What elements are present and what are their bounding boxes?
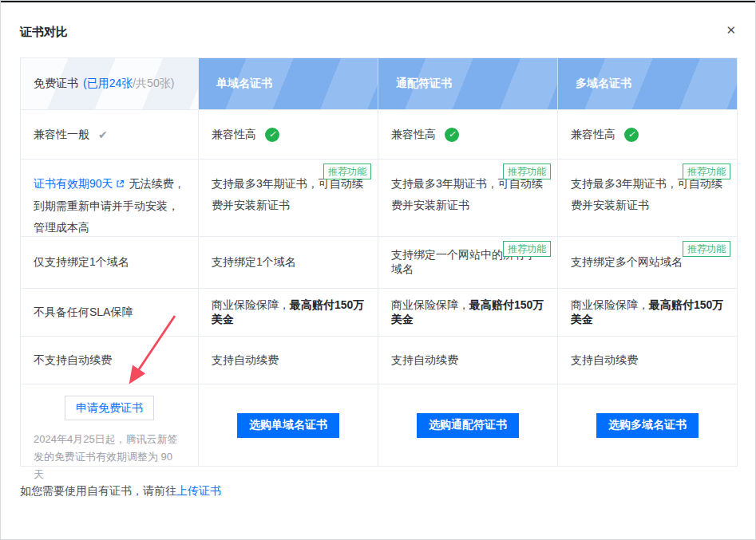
validity-paid-text: 支持最多3年期证书，可自动续费并安装新证书: [212, 177, 363, 211]
success-check-icon: ✓: [624, 128, 639, 142]
cell-compatibility-wildcard: 兼容性高 ✓: [378, 110, 558, 160]
free-cert-quota-total: /共50张): [133, 77, 174, 91]
buy-wildcard-button[interactable]: 选购通配符证书: [417, 413, 519, 438]
check-glyph: ✓: [448, 129, 455, 140]
renewal-paid-text: 支持自动续费: [571, 353, 638, 368]
upload-cert-link[interactable]: 上传证书: [176, 484, 221, 497]
cell-binding-multi: 推荐功能 支持绑定多个网站域名: [558, 237, 738, 289]
validity-paid-text: 支持最多3年期证书，可自动续费并安装新证书: [391, 177, 543, 211]
success-check-icon: ✓: [445, 128, 459, 142]
success-check-icon: ✓: [265, 128, 279, 142]
close-icon[interactable]: ✕: [726, 24, 736, 36]
cell-sla-multi: 商业保险保障，最高赔付150万美金: [558, 289, 738, 337]
cell-action-wildcard: 选购通配符证书: [378, 384, 558, 467]
renewal-paid-text: 支持自动续费: [391, 353, 458, 368]
footer-note: 如您需要使用自有证书，请前往上传证书: [20, 484, 221, 499]
recommended-badge: 推荐功能: [683, 241, 730, 257]
binding-free-text: 仅支持绑定1个域名: [34, 255, 129, 270]
compatibility-paid-text: 兼容性高: [571, 128, 615, 142]
buy-single-domain-button[interactable]: 选购单域名证书: [237, 413, 339, 438]
cell-compatibility-single: 兼容性高 ✓: [199, 110, 378, 160]
column-header-multi-domain: 多域名证书: [558, 58, 738, 110]
check-glyph: ✓: [268, 129, 275, 140]
cell-renewal-free: 不支持自动续费: [21, 337, 199, 384]
cell-sla-single: 商业保险保障，最高赔付150万美金: [199, 289, 378, 337]
binding-single-text: 支持绑定1个域名: [212, 255, 296, 270]
window-top-edge: [1, 1, 755, 2]
sla-paid-text: 商业保险保障，最高赔付150万美金: [571, 298, 724, 327]
cell-renewal-single: 支持自动续费: [199, 337, 378, 384]
cell-action-free: 申请免费证书 2024年4月25日起，腾讯云新签发的免费证书有效期调整为 90 …: [21, 384, 199, 467]
cell-compatibility-free: 兼容性一般 ✔: [21, 110, 199, 160]
compatibility-free-text: 兼容性一般: [34, 128, 89, 142]
cell-validity-free: 证书有效期90天无法续费，到期需重新申请并手动安装，管理成本高: [21, 160, 199, 237]
modal-title: 证书对比: [20, 25, 68, 40]
footer-text: 如您需要使用自有证书，请前往: [20, 484, 176, 497]
certificate-comparison-table: 免费证书 (已用24张 /共50张) 单域名证书 通配符证书 多域名证书 兼容性…: [20, 57, 738, 467]
cell-renewal-multi: 支持自动续费: [558, 337, 738, 384]
column-header-free: 免费证书 (已用24张 /共50张): [21, 58, 199, 110]
sla-paid-text: 商业保险保障，最高赔付150万美金: [391, 298, 544, 327]
cell-binding-free: 仅支持绑定1个域名: [21, 237, 199, 289]
column-header-single-domain: 单域名证书: [199, 58, 378, 110]
recommended-badge: 推荐功能: [683, 164, 730, 179]
free-cert-label: 免费证书: [34, 77, 78, 91]
cell-sla-wildcard: 商业保险保障，最高赔付150万美金: [378, 289, 558, 337]
column-header-wildcard: 通配符证书: [378, 58, 558, 110]
cell-binding-single: 支持绑定1个域名: [199, 237, 378, 289]
cell-binding-wildcard: 推荐功能 支持绑定一个网站中的所有子域名: [378, 237, 558, 289]
cell-validity-single: 推荐功能 支持最多3年期证书，可自动续费并安装新证书: [199, 160, 378, 237]
cell-action-single: 选购单域名证书: [199, 384, 378, 467]
check-glyph: ✓: [627, 129, 635, 140]
free-cert-quota-used: (已用24张: [83, 77, 133, 91]
gray-check-icon: ✔: [98, 128, 108, 141]
recommended-badge: 推荐功能: [503, 241, 551, 257]
binding-multi-text: 支持绑定多个网站域名: [571, 255, 683, 270]
cell-compatibility-multi: 兼容性高 ✓: [558, 110, 738, 160]
recommended-badge: 推荐功能: [323, 164, 371, 179]
renewal-paid-text: 支持自动续费: [212, 353, 279, 368]
cell-action-multi: 选购多域名证书: [558, 384, 738, 467]
validity-period-link[interactable]: 证书有效期90天: [34, 177, 113, 190]
cell-validity-multi: 推荐功能 支持最多3年期证书，可自动续费并安装新证书: [558, 160, 738, 237]
certificate-compare-modal: 证书对比 ✕ 免费证书 (已用24张 /共50张) 单域名证书 通配符证书 多域…: [0, 0, 756, 540]
cell-validity-wildcard: 推荐功能 支持最多3年期证书，可自动续费并安装新证书: [378, 160, 558, 237]
compatibility-paid-text: 兼容性高: [212, 128, 256, 142]
cell-renewal-wildcard: 支持自动续费: [378, 337, 558, 384]
sla-free-text: 不具备任何SLA保障: [34, 305, 133, 320]
sla-paid-text: 商业保险保障，最高赔付150万美金: [212, 298, 365, 327]
validity-paid-text: 支持最多3年期证书，可自动续费并安装新证书: [571, 177, 722, 211]
cell-sla-free: 不具备任何SLA保障: [21, 289, 199, 337]
compatibility-paid-text: 兼容性高: [391, 128, 436, 142]
recommended-badge: 推荐功能: [503, 164, 551, 179]
free-cert-validity-note: 2024年4月25日起，腾讯云新签发的免费证书有效期调整为 90 天: [34, 431, 185, 483]
external-link-icon: [116, 174, 125, 195]
apply-free-cert-button[interactable]: 申请免费证书: [65, 396, 154, 420]
buy-multi-domain-button[interactable]: 选购多域名证书: [596, 413, 699, 438]
renewal-free-text: 不支持自动续费: [34, 353, 112, 368]
